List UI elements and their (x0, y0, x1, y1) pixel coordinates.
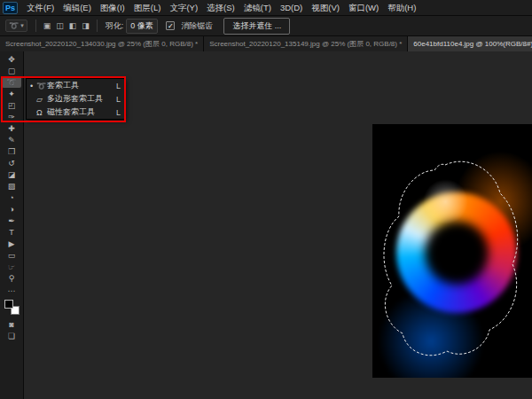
selection-mode-group: ▣ ◫ ◧ ◨ (41, 21, 92, 30)
flyout-tool-shortcut: L (116, 108, 121, 117)
tool-icon: ❒ (8, 147, 15, 156)
document-tab[interactable]: Screenshot_20220120_134030.jpg @ 25% (图层… (0, 36, 204, 51)
tool-icon: ◙ (9, 320, 13, 329)
intersect-selection-mode[interactable]: ◨ (79, 21, 92, 30)
tool-icon: ▨ (8, 182, 16, 191)
menu-item[interactable]: 文字(Y) (165, 0, 202, 16)
flyout-tool-shortcut: L (116, 95, 121, 104)
lasso-tool-flyout: • ➰ 套索工具 L ▱ 多边形套索工具 L Ω 磁性套索工具 L (26, 78, 125, 120)
tool-icon: ↺ (8, 159, 15, 168)
blur-tool[interactable]: ◔ (2, 192, 21, 203)
hand-tool[interactable]: ☞ (2, 261, 21, 272)
menu-item[interactable]: 图像(I) (96, 0, 129, 16)
tool-icon: T (9, 228, 14, 237)
rectangular-marquee-tool[interactable]: ▢ (2, 65, 21, 76)
flyout-tool-label: 多边形套索工具 (47, 93, 111, 105)
gradient-tool[interactable]: ▨ (2, 180, 21, 192)
tab-label: 60e41bfd110e4.jpg @ 100%(RGB/8#) (413, 40, 532, 48)
tool-icon: ✥ (8, 55, 15, 64)
tool-icon: ✎ (8, 136, 15, 145)
flyout-tool-label: 磁性套索工具 (47, 106, 111, 118)
document-tab[interactable]: 60e41bfd110e4.jpg @ 100%(RGB/8#) (408, 36, 532, 51)
brush-tool[interactable]: ✎ (2, 134, 21, 145)
spot-healing-brush-tool[interactable]: ✚ (2, 122, 21, 134)
eraser-tool[interactable]: ◪ (2, 168, 21, 180)
tool-icon: ✚ (8, 124, 15, 133)
menu-items: 文件(F) 编辑(E) 图像(I) 图层(L) 文字(Y) 选择(S) 滤镜(T… (22, 0, 420, 16)
flyout-menu-item[interactable]: ▱ 多边形套索工具 L (27, 92, 124, 106)
tool-icon: ▭ (8, 251, 16, 260)
flyout-tool-shortcut: L (116, 82, 121, 90)
select-and-mask-button[interactable]: 选择并遮住 ... (223, 18, 290, 35)
menu-item[interactable]: 滤镜(T) (239, 0, 276, 16)
separator (97, 20, 98, 32)
flyout-menu-item[interactable]: • ➰ 套索工具 L (27, 79, 124, 92)
document-tab[interactable]: Screenshot_20220120_135149.jpg @ 25% (图层… (204, 36, 408, 51)
tool-icon: ◪ (8, 170, 16, 179)
tool-icon: ☞ (8, 262, 15, 271)
tool-icon: ◰ (8, 101, 16, 110)
quick-selection-tool[interactable]: ✦ (2, 88, 21, 99)
tool-icon: ➰ (6, 78, 16, 87)
tool-icon: ▶ (9, 239, 15, 248)
add-to-selection-mode[interactable]: ◫ (53, 21, 66, 30)
type-tool[interactable]: T (2, 226, 21, 238)
tool-icon: ⚲ (9, 274, 15, 283)
lasso-tool[interactable]: ➰ (2, 76, 21, 88)
photoshop-window: Ps 文件(F) 编辑(E) 图像(I) 图层(L) 文字(Y) 选择(S) 滤… (0, 0, 532, 399)
foreground-color-swatch[interactable] (4, 300, 13, 309)
chevron-down-icon: ▾ (20, 22, 24, 29)
zoom-tool[interactable]: ⚲ (2, 272, 21, 284)
tool-options-bar: ➰ ▾ ▣ ◫ ◧ ◨ 羽化: 0 像素 ✓ 消除锯齿 选择并遮住 ... (0, 16, 532, 36)
path-selection-tool[interactable]: ▶ (2, 238, 21, 249)
menu-item[interactable]: 帮助(H) (383, 0, 420, 16)
anti-alias-checkbox[interactable]: ✓ (166, 21, 175, 30)
new-selection-mode[interactable]: ▣ (41, 21, 54, 30)
menu-item[interactable]: 选择(S) (202, 0, 239, 16)
pen-tool[interactable]: ✒ (2, 215, 21, 226)
history-brush-tool[interactable]: ↺ (2, 157, 21, 168)
flyout-tool-icon: Ω (36, 108, 47, 117)
document-tab-bar: Screenshot_20220120_134030.jpg @ 25% (图层… (0, 36, 532, 51)
toolbar-extras: ◙ ❏ (2, 318, 21, 341)
marching-ants-selection (372, 124, 532, 378)
tab-label: Screenshot_20220120_134030.jpg @ 25% (图层… (5, 39, 198, 49)
quick-mask-mode-button[interactable]: ◙ (2, 318, 21, 330)
menu-bar: Ps 文件(F) 编辑(E) 图像(I) 图层(L) 文字(Y) 选择(S) 滤… (0, 0, 532, 16)
tool-list: ✥ ▢ ➰ ✦ ◰ ✑ (2, 53, 21, 284)
feather-label: 羽化: (106, 20, 124, 32)
color-swatches (4, 300, 20, 315)
tool-panel: ✥ ▢ ➰ ✦ ◰ ✑ (0, 51, 24, 399)
feather-input[interactable]: 0 像素 (126, 19, 158, 34)
tool-preset-picker[interactable]: ➰ ▾ (5, 20, 27, 32)
menu-item[interactable]: 编辑(E) (59, 0, 96, 16)
menu-item[interactable]: 图层(L) (129, 0, 166, 16)
edit-toolbar-button[interactable]: ⋯ (2, 286, 21, 295)
tool-icon: ✦ (8, 90, 15, 98)
screen-mode-button[interactable]: ❏ (2, 330, 21, 341)
tool-icon: ✑ (8, 113, 15, 121)
menu-item[interactable]: 3D(D) (276, 0, 307, 16)
tool-icon: ◔ (9, 193, 13, 202)
tool-icon: ▢ (8, 66, 16, 75)
clone-stamp-tool[interactable]: ❒ (2, 145, 21, 157)
crop-tool[interactable]: ◰ (2, 99, 21, 111)
shape-tool[interactable]: ▭ (2, 249, 21, 261)
menu-item[interactable]: 视图(V) (307, 0, 344, 16)
subtract-from-selection-mode[interactable]: ◧ (66, 21, 80, 30)
current-tool-marker: • (30, 82, 36, 90)
eyedropper-tool[interactable]: ✑ (2, 111, 21, 122)
anti-alias-label: 消除锯齿 (181, 20, 213, 32)
menu-item[interactable]: 文件(F) (22, 0, 59, 16)
menu-item[interactable]: 窗口(W) (344, 0, 383, 16)
tool-icon: ❏ (8, 332, 15, 340)
dodge-tool[interactable]: ◑ (2, 203, 21, 215)
open-image[interactable] (372, 124, 532, 378)
move-tool[interactable]: ✥ (2, 53, 21, 65)
flyout-tool-icon: ▱ (36, 95, 47, 104)
flyout-menu-item[interactable]: Ω 磁性套索工具 L (27, 106, 124, 119)
lasso-tool-icon: ➰ (9, 21, 19, 30)
separator (35, 20, 36, 32)
tab-label: Screenshot_20220120_135149.jpg @ 25% (图层… (209, 39, 402, 49)
photoshop-logo[interactable]: Ps (3, 2, 18, 14)
